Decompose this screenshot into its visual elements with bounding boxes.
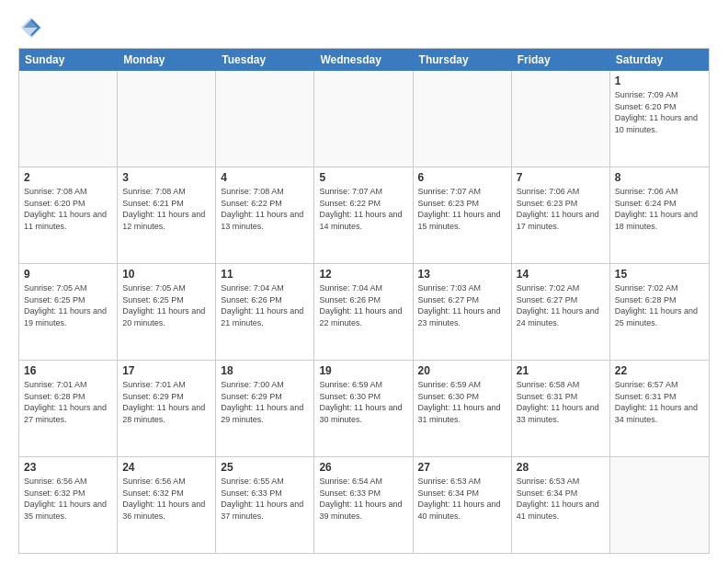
day-number: 16 xyxy=(24,363,112,378)
day-info: Sunrise: 6:56 AM Sunset: 6:32 PM Dayligh… xyxy=(24,476,112,522)
day-info: Sunrise: 7:08 AM Sunset: 6:21 PM Dayligh… xyxy=(122,186,210,232)
week-row-1: 1Sunrise: 7:09 AM Sunset: 6:20 PM Daylig… xyxy=(19,71,709,167)
day-cell-21: 21Sunrise: 6:58 AM Sunset: 6:31 PM Dayli… xyxy=(512,361,610,456)
day-cell-10: 10Sunrise: 7:05 AM Sunset: 6:25 PM Dayli… xyxy=(118,264,216,360)
day-info: Sunrise: 7:02 AM Sunset: 6:28 PM Dayligh… xyxy=(615,282,704,328)
day-number: 12 xyxy=(319,267,407,282)
day-number: 25 xyxy=(221,460,309,475)
day-info: Sunrise: 7:08 AM Sunset: 6:22 PM Dayligh… xyxy=(221,186,309,232)
weekday-header-saturday: Saturday xyxy=(610,49,709,71)
day-number: 10 xyxy=(122,267,210,282)
day-cell-15: 15Sunrise: 7:02 AM Sunset: 6:28 PM Dayli… xyxy=(610,264,709,360)
day-info: Sunrise: 6:59 AM Sunset: 6:30 PM Dayligh… xyxy=(319,379,407,425)
weekday-header-monday: Monday xyxy=(118,49,216,71)
day-cell-empty xyxy=(414,71,512,167)
day-info: Sunrise: 7:02 AM Sunset: 6:27 PM Dayligh… xyxy=(517,282,605,328)
week-row-3: 9Sunrise: 7:05 AM Sunset: 6:25 PM Daylig… xyxy=(19,264,709,361)
day-cell-17: 17Sunrise: 7:01 AM Sunset: 6:29 PM Dayli… xyxy=(118,361,216,456)
week-row-2: 2Sunrise: 7:08 AM Sunset: 6:20 PM Daylig… xyxy=(19,167,709,264)
day-info: Sunrise: 7:05 AM Sunset: 6:25 PM Dayligh… xyxy=(24,282,112,328)
day-cell-27: 27Sunrise: 6:53 AM Sunset: 6:34 PM Dayli… xyxy=(414,457,512,553)
calendar-body: 1Sunrise: 7:09 AM Sunset: 6:20 PM Daylig… xyxy=(19,71,709,553)
day-cell-28: 28Sunrise: 6:53 AM Sunset: 6:34 PM Dayli… xyxy=(512,457,610,553)
day-number: 9 xyxy=(24,267,112,282)
day-cell-6: 6Sunrise: 7:07 AM Sunset: 6:23 PM Daylig… xyxy=(414,167,512,263)
day-info: Sunrise: 6:54 AM Sunset: 6:33 PM Dayligh… xyxy=(319,476,407,522)
day-number: 4 xyxy=(221,170,309,185)
day-info: Sunrise: 7:09 AM Sunset: 6:20 PM Dayligh… xyxy=(615,89,704,135)
day-info: Sunrise: 6:59 AM Sunset: 6:30 PM Dayligh… xyxy=(418,379,506,425)
day-number: 8 xyxy=(615,170,704,185)
day-info: Sunrise: 7:03 AM Sunset: 6:27 PM Dayligh… xyxy=(418,282,506,328)
day-info: Sunrise: 7:00 AM Sunset: 6:29 PM Dayligh… xyxy=(221,379,309,425)
weekday-header-tuesday: Tuesday xyxy=(216,49,314,71)
logo xyxy=(18,15,50,40)
day-cell-7: 7Sunrise: 7:06 AM Sunset: 6:23 PM Daylig… xyxy=(512,167,610,263)
day-cell-empty xyxy=(314,71,413,167)
day-cell-22: 22Sunrise: 6:57 AM Sunset: 6:31 PM Dayli… xyxy=(610,361,709,456)
day-cell-14: 14Sunrise: 7:02 AM Sunset: 6:27 PM Dayli… xyxy=(512,264,610,360)
day-cell-5: 5Sunrise: 7:07 AM Sunset: 6:22 PM Daylig… xyxy=(314,167,413,263)
day-info: Sunrise: 7:07 AM Sunset: 6:22 PM Dayligh… xyxy=(319,186,407,232)
header xyxy=(18,15,710,40)
day-number: 15 xyxy=(615,267,704,282)
day-info: Sunrise: 6:57 AM Sunset: 6:31 PM Dayligh… xyxy=(615,379,704,425)
week-row-4: 16Sunrise: 7:01 AM Sunset: 6:28 PM Dayli… xyxy=(19,361,709,457)
day-number: 5 xyxy=(319,170,407,185)
day-cell-empty xyxy=(19,71,118,167)
weekday-header-thursday: Thursday xyxy=(414,49,512,71)
day-number: 28 xyxy=(517,460,605,475)
day-number: 3 xyxy=(122,170,210,185)
weekday-header-sunday: Sunday xyxy=(19,49,118,71)
day-cell-empty xyxy=(610,457,709,553)
day-cell-16: 16Sunrise: 7:01 AM Sunset: 6:28 PM Dayli… xyxy=(19,361,118,456)
day-cell-18: 18Sunrise: 7:00 AM Sunset: 6:29 PM Dayli… xyxy=(216,361,314,456)
page: SundayMondayTuesdayWednesdayThursdayFrid… xyxy=(0,0,728,563)
day-cell-4: 4Sunrise: 7:08 AM Sunset: 6:22 PM Daylig… xyxy=(216,167,314,263)
day-cell-3: 3Sunrise: 7:08 AM Sunset: 6:21 PM Daylig… xyxy=(118,167,216,263)
day-cell-23: 23Sunrise: 6:56 AM Sunset: 6:32 PM Dayli… xyxy=(19,457,118,553)
day-info: Sunrise: 7:08 AM Sunset: 6:20 PM Dayligh… xyxy=(24,186,112,232)
calendar: SundayMondayTuesdayWednesdayThursdayFrid… xyxy=(18,48,710,554)
weekday-header-wednesday: Wednesday xyxy=(314,49,413,71)
day-cell-empty xyxy=(512,71,610,167)
day-number: 21 xyxy=(517,363,605,378)
day-cell-24: 24Sunrise: 6:56 AM Sunset: 6:32 PM Dayli… xyxy=(118,457,216,553)
day-cell-9: 9Sunrise: 7:05 AM Sunset: 6:25 PM Daylig… xyxy=(19,264,118,360)
day-cell-20: 20Sunrise: 6:59 AM Sunset: 6:30 PM Dayli… xyxy=(414,361,512,456)
day-cell-1: 1Sunrise: 7:09 AM Sunset: 6:20 PM Daylig… xyxy=(610,71,709,167)
day-info: Sunrise: 6:53 AM Sunset: 6:34 PM Dayligh… xyxy=(517,476,605,522)
day-cell-empty xyxy=(216,71,314,167)
calendar-header: SundayMondayTuesdayWednesdayThursdayFrid… xyxy=(19,49,709,71)
day-info: Sunrise: 6:58 AM Sunset: 6:31 PM Dayligh… xyxy=(517,379,605,425)
day-number: 14 xyxy=(517,267,605,282)
day-info: Sunrise: 7:06 AM Sunset: 6:23 PM Dayligh… xyxy=(517,186,605,232)
day-info: Sunrise: 7:05 AM Sunset: 6:25 PM Dayligh… xyxy=(122,282,210,328)
day-number: 13 xyxy=(418,267,506,282)
day-info: Sunrise: 6:56 AM Sunset: 6:32 PM Dayligh… xyxy=(122,476,210,522)
day-info: Sunrise: 7:01 AM Sunset: 6:28 PM Dayligh… xyxy=(24,379,112,425)
day-number: 22 xyxy=(615,363,704,378)
day-number: 1 xyxy=(615,74,704,88)
day-cell-12: 12Sunrise: 7:04 AM Sunset: 6:26 PM Dayli… xyxy=(314,264,413,360)
logo-icon xyxy=(18,15,44,40)
day-number: 23 xyxy=(24,460,112,475)
day-cell-2: 2Sunrise: 7:08 AM Sunset: 6:20 PM Daylig… xyxy=(19,167,118,263)
day-info: Sunrise: 6:55 AM Sunset: 6:33 PM Dayligh… xyxy=(221,476,309,522)
weekday-header-friday: Friday xyxy=(512,49,610,71)
day-number: 26 xyxy=(319,460,407,475)
week-row-5: 23Sunrise: 6:56 AM Sunset: 6:32 PM Dayli… xyxy=(19,457,709,553)
day-info: Sunrise: 7:04 AM Sunset: 6:26 PM Dayligh… xyxy=(221,282,309,328)
day-number: 27 xyxy=(418,460,506,475)
day-number: 17 xyxy=(122,363,210,378)
day-cell-13: 13Sunrise: 7:03 AM Sunset: 6:27 PM Dayli… xyxy=(414,264,512,360)
day-info: Sunrise: 7:01 AM Sunset: 6:29 PM Dayligh… xyxy=(122,379,210,425)
day-cell-empty xyxy=(118,71,216,167)
day-info: Sunrise: 7:07 AM Sunset: 6:23 PM Dayligh… xyxy=(418,186,506,232)
day-cell-11: 11Sunrise: 7:04 AM Sunset: 6:26 PM Dayli… xyxy=(216,264,314,360)
day-number: 18 xyxy=(221,363,309,378)
day-number: 11 xyxy=(221,267,309,282)
day-info: Sunrise: 6:53 AM Sunset: 6:34 PM Dayligh… xyxy=(418,476,506,522)
day-number: 24 xyxy=(122,460,210,475)
day-number: 2 xyxy=(24,170,112,185)
